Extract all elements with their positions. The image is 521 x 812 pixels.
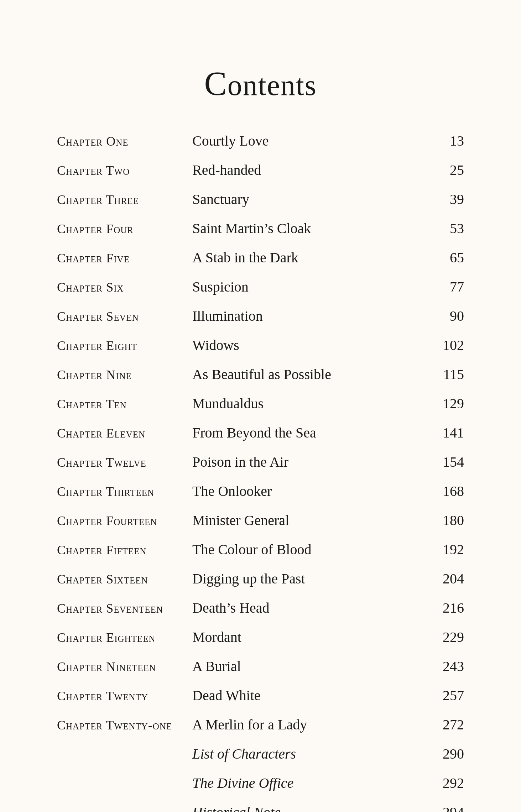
toc-row: Chapter EightWidows102 xyxy=(57,336,464,355)
page-number: 290 xyxy=(436,745,464,763)
chapter-label: Chapter Eleven xyxy=(57,425,192,442)
toc-row: Chapter TwelvePoison in the Air154 xyxy=(57,453,464,471)
decorative-initial: C xyxy=(204,64,227,103)
chapter-label: Chapter Seventeen xyxy=(57,600,192,617)
chapter-label: Chapter Six xyxy=(57,279,192,296)
toc-row: Chapter EighteenMordant229 xyxy=(57,628,464,646)
toc-row: Chapter OneCourtly Love13 xyxy=(57,132,464,150)
chapter-title: The Onlooker xyxy=(192,482,436,501)
page: Contents Chapter OneCourtly Love13Chapte… xyxy=(0,0,521,812)
chapter-title: Illumination xyxy=(192,307,436,325)
toc-row: Chapter SeventeenDeath’s Head216 xyxy=(57,599,464,617)
chapter-label: Chapter Twelve xyxy=(57,454,192,471)
toc-row: Chapter FiveA Stab in the Dark65 xyxy=(57,248,464,267)
toc-row: Chapter FourteenMinister General180 xyxy=(57,511,464,530)
toc-row: Chapter ThreeSanctuary39 xyxy=(57,190,464,209)
page-number: 243 xyxy=(436,657,464,676)
chapter-label: Chapter Fourteen xyxy=(57,513,192,529)
toc-row: List of Characters290 xyxy=(57,745,464,763)
toc-row: The Divine Office292 xyxy=(57,774,464,792)
page-title-container: Contents xyxy=(57,64,464,103)
chapter-label: Chapter Nine xyxy=(57,367,192,383)
chapter-label: Chapter Two xyxy=(57,162,192,179)
chapter-label: Chapter Seven xyxy=(57,308,192,325)
toc-row: Chapter SixSuspicion77 xyxy=(57,278,464,296)
page-number: 272 xyxy=(436,716,464,734)
page-number: 292 xyxy=(436,774,464,792)
page-number: 25 xyxy=(436,161,464,179)
chapter-label: Chapter Eighteen xyxy=(57,629,192,646)
chapter-title: Suspicion xyxy=(192,278,436,296)
chapter-title: Poison in the Air xyxy=(192,453,436,471)
toc-row: Chapter SixteenDigging up the Past204 xyxy=(57,570,464,588)
toc-row: Historical Note294 xyxy=(57,803,464,812)
page-number: 77 xyxy=(436,278,464,296)
chapter-title: A Stab in the Dark xyxy=(192,248,436,267)
page-number: 39 xyxy=(436,190,464,209)
chapter-title: Widows xyxy=(192,336,436,355)
page-number: 257 xyxy=(436,686,464,705)
toc-row: Chapter TwentyDead White257 xyxy=(57,686,464,705)
page-number: 141 xyxy=(436,424,464,442)
chapter-label: Chapter One xyxy=(57,133,192,150)
chapter-label: Chapter Twenty-one xyxy=(57,717,192,734)
page-number: 154 xyxy=(436,453,464,471)
chapter-label: Chapter Four xyxy=(57,221,192,237)
chapter-title: A Merlin for a Lady xyxy=(192,716,436,734)
chapter-title: Red-handed xyxy=(192,161,436,179)
chapter-label: Chapter Five xyxy=(57,250,192,267)
toc-table: Chapter OneCourtly Love13Chapter TwoRed-… xyxy=(57,132,464,812)
page-number: 204 xyxy=(436,570,464,588)
page-number: 53 xyxy=(436,219,464,238)
toc-row: Chapter NineteenA Burial243 xyxy=(57,657,464,676)
page-title: Contents xyxy=(57,64,464,103)
page-number: 180 xyxy=(436,511,464,530)
page-number: 216 xyxy=(436,599,464,617)
toc-row: Chapter FourSaint Martin’s Cloak53 xyxy=(57,219,464,238)
chapter-label: Chapter Three xyxy=(57,192,192,208)
page-number: 13 xyxy=(436,132,464,150)
page-number: 90 xyxy=(436,307,464,325)
chapter-label: Chapter Thirteen xyxy=(57,483,192,500)
toc-row: Chapter ThirteenThe Onlooker168 xyxy=(57,482,464,501)
toc-row: Chapter TwoRed-handed25 xyxy=(57,161,464,179)
page-number: 102 xyxy=(436,336,464,355)
chapter-title: List of Characters xyxy=(192,745,436,763)
chapter-title: Mundualdus xyxy=(192,394,436,413)
chapter-title: Historical Note xyxy=(192,803,436,812)
page-number: 168 xyxy=(436,482,464,501)
chapter-title: The Divine Office xyxy=(192,774,436,792)
toc-row: Chapter TenMundualdus129 xyxy=(57,394,464,413)
page-number: 192 xyxy=(436,540,464,559)
page-number: 129 xyxy=(436,394,464,413)
chapter-title: As Beautiful as Possible xyxy=(192,365,436,384)
chapter-label: Chapter Fifteen xyxy=(57,542,192,559)
chapter-label: Chapter Nineteen xyxy=(57,659,192,675)
chapter-title: From Beyond the Sea xyxy=(192,424,436,442)
chapter-title: Minister General xyxy=(192,511,436,530)
chapter-label: Chapter Eight xyxy=(57,337,192,354)
chapter-title: Death’s Head xyxy=(192,599,436,617)
page-number: 229 xyxy=(436,628,464,646)
chapter-title: Digging up the Past xyxy=(192,570,436,588)
chapter-title: Saint Martin’s Cloak xyxy=(192,219,436,238)
page-number: 115 xyxy=(436,365,464,384)
chapter-title: Courtly Love xyxy=(192,132,436,150)
chapter-label: Chapter Ten xyxy=(57,396,192,413)
chapter-title: A Burial xyxy=(192,657,436,676)
toc-row: Chapter Twenty-oneA Merlin for a Lady272 xyxy=(57,716,464,734)
toc-row: Chapter FifteenThe Colour of Blood192 xyxy=(57,540,464,559)
chapter-title: Dead White xyxy=(192,686,436,705)
toc-row: Chapter ElevenFrom Beyond the Sea141 xyxy=(57,424,464,442)
chapter-label: Chapter Sixteen xyxy=(57,571,192,588)
chapter-label: Chapter Twenty xyxy=(57,688,192,704)
chapter-title: Sanctuary xyxy=(192,190,436,209)
toc-row: Chapter SevenIllumination90 xyxy=(57,307,464,325)
page-number: 65 xyxy=(436,248,464,267)
toc-row: Chapter NineAs Beautiful as Possible115 xyxy=(57,365,464,384)
chapter-title: The Colour of Blood xyxy=(192,540,436,559)
chapter-title: Mordant xyxy=(192,628,436,646)
page-number: 294 xyxy=(436,803,464,812)
